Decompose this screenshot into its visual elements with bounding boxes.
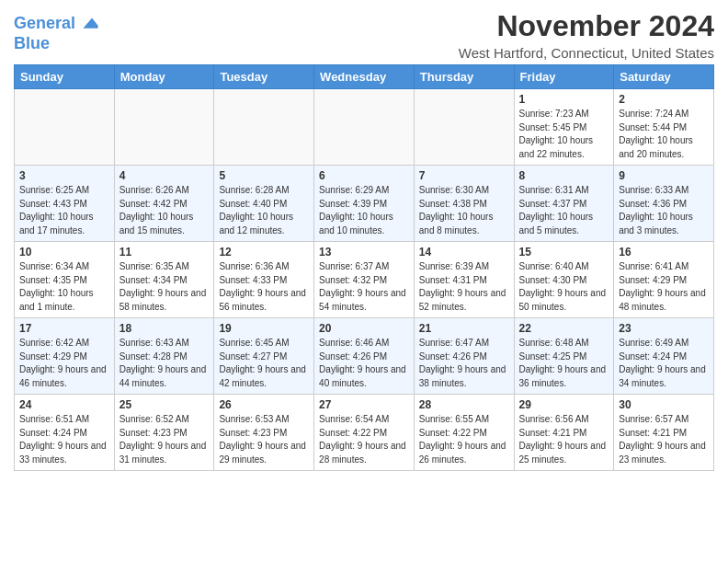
day-number: 22 <box>519 322 609 335</box>
day-info: Sunrise: 6:52 AM Sunset: 4:23 PM Dayligh… <box>119 413 210 466</box>
day-info: Sunrise: 6:26 AM Sunset: 4:42 PM Dayligh… <box>119 184 210 237</box>
calendar-cell: 22Sunrise: 6:48 AM Sunset: 4:25 PM Dayli… <box>514 318 614 395</box>
day-info: Sunrise: 6:43 AM Sunset: 4:28 PM Dayligh… <box>119 337 210 390</box>
day-number: 4 <box>119 169 210 182</box>
day-info: Sunrise: 6:41 AM Sunset: 4:29 PM Dayligh… <box>619 260 709 314</box>
day-number: 29 <box>519 398 609 411</box>
calendar-cell: 30Sunrise: 6:57 AM Sunset: 4:21 PM Dayli… <box>614 395 714 471</box>
day-number: 7 <box>419 169 509 182</box>
day-number: 30 <box>619 398 709 411</box>
day-info: Sunrise: 6:25 AM Sunset: 4:43 PM Dayligh… <box>19 184 109 237</box>
day-info: Sunrise: 6:33 AM Sunset: 4:36 PM Dayligh… <box>619 184 709 237</box>
day-info: Sunrise: 6:53 AM Sunset: 4:23 PM Dayligh… <box>219 413 309 466</box>
day-number: 5 <box>219 169 309 182</box>
col-monday: Monday <box>114 65 214 89</box>
col-wednesday: Wednesday <box>314 65 415 89</box>
day-number: 1 <box>519 93 609 106</box>
calendar-cell: 17Sunrise: 6:42 AM Sunset: 4:29 PM Dayli… <box>15 318 115 395</box>
calendar-cell: 16Sunrise: 6:41 AM Sunset: 4:29 PM Dayli… <box>614 242 714 318</box>
day-number: 9 <box>619 169 709 182</box>
calendar-page: General Blue November 2024 West Hartford… <box>0 0 728 480</box>
day-info: Sunrise: 6:37 AM Sunset: 4:32 PM Dayligh… <box>319 260 409 314</box>
day-number: 12 <box>219 246 309 259</box>
location-title: West Hartford, Connecticut, United State… <box>459 45 714 61</box>
calendar-cell: 2Sunrise: 7:24 AM Sunset: 5:44 PM Daylig… <box>614 89 714 166</box>
calendar-cell: 8Sunrise: 6:31 AM Sunset: 4:37 PM Daylig… <box>514 166 614 242</box>
calendar-week-1: 1Sunrise: 7:23 AM Sunset: 5:45 PM Daylig… <box>15 89 714 166</box>
calendar-cell: 7Sunrise: 6:30 AM Sunset: 4:38 PM Daylig… <box>414 166 514 242</box>
day-info: Sunrise: 6:49 AM Sunset: 4:24 PM Dayligh… <box>619 337 709 390</box>
calendar-cell: 28Sunrise: 6:55 AM Sunset: 4:22 PM Dayli… <box>414 395 514 471</box>
calendar-header-row: Sunday Monday Tuesday Wednesday Thursday… <box>15 65 714 89</box>
day-number: 19 <box>219 322 309 335</box>
day-number: 2 <box>619 93 709 106</box>
calendar-cell: 18Sunrise: 6:43 AM Sunset: 4:28 PM Dayli… <box>114 318 214 395</box>
calendar-cell: 15Sunrise: 6:40 AM Sunset: 4:30 PM Dayli… <box>514 242 614 318</box>
calendar-cell: 23Sunrise: 6:49 AM Sunset: 4:24 PM Dayli… <box>614 318 714 395</box>
calendar-cell: 11Sunrise: 6:35 AM Sunset: 4:34 PM Dayli… <box>114 242 214 318</box>
col-sunday: Sunday <box>15 65 115 89</box>
calendar-cell: 9Sunrise: 6:33 AM Sunset: 4:36 PM Daylig… <box>614 166 714 242</box>
calendar-cell: 6Sunrise: 6:29 AM Sunset: 4:39 PM Daylig… <box>314 166 415 242</box>
calendar-cell: 19Sunrise: 6:45 AM Sunset: 4:27 PM Dayli… <box>214 318 314 395</box>
calendar-week-5: 24Sunrise: 6:51 AM Sunset: 4:24 PM Dayli… <box>15 395 714 471</box>
calendar-cell: 4Sunrise: 6:26 AM Sunset: 4:42 PM Daylig… <box>114 166 214 242</box>
calendar-cell: 14Sunrise: 6:39 AM Sunset: 4:31 PM Dayli… <box>414 242 514 318</box>
day-number: 23 <box>619 322 709 335</box>
logo: General Blue <box>14 13 99 53</box>
day-number: 15 <box>519 246 609 259</box>
calendar-cell <box>214 89 314 166</box>
day-number: 21 <box>419 322 509 335</box>
calendar-cell: 26Sunrise: 6:53 AM Sunset: 4:23 PM Dayli… <box>214 395 314 471</box>
day-info: Sunrise: 7:23 AM Sunset: 5:45 PM Dayligh… <box>519 108 609 161</box>
calendar-cell: 29Sunrise: 6:56 AM Sunset: 4:21 PM Dayli… <box>514 395 614 471</box>
col-tuesday: Tuesday <box>214 65 314 89</box>
calendar-table: Sunday Monday Tuesday Wednesday Thursday… <box>14 64 714 471</box>
day-number: 28 <box>419 398 509 411</box>
calendar-week-4: 17Sunrise: 6:42 AM Sunset: 4:29 PM Dayli… <box>15 318 714 395</box>
header: General Blue November 2024 West Hartford… <box>14 9 714 61</box>
day-info: Sunrise: 6:28 AM Sunset: 4:40 PM Dayligh… <box>219 184 309 237</box>
calendar-cell <box>15 89 115 166</box>
calendar-cell <box>314 89 415 166</box>
day-info: Sunrise: 6:47 AM Sunset: 4:26 PM Dayligh… <box>419 337 509 390</box>
day-number: 11 <box>119 246 210 259</box>
day-number: 3 <box>19 169 109 182</box>
day-info: Sunrise: 6:34 AM Sunset: 4:35 PM Dayligh… <box>19 260 109 314</box>
day-number: 20 <box>319 322 409 335</box>
day-info: Sunrise: 6:30 AM Sunset: 4:38 PM Dayligh… <box>419 184 509 237</box>
day-number: 24 <box>19 398 109 411</box>
day-number: 14 <box>419 246 509 259</box>
calendar-cell <box>414 89 514 166</box>
day-number: 16 <box>619 246 709 259</box>
day-number: 10 <box>19 246 109 259</box>
day-info: Sunrise: 6:29 AM Sunset: 4:39 PM Dayligh… <box>319 184 409 237</box>
day-info: Sunrise: 6:55 AM Sunset: 4:22 PM Dayligh… <box>419 413 509 466</box>
calendar-cell: 5Sunrise: 6:28 AM Sunset: 4:40 PM Daylig… <box>214 166 314 242</box>
day-info: Sunrise: 6:57 AM Sunset: 4:21 PM Dayligh… <box>619 413 709 466</box>
day-number: 6 <box>319 169 409 182</box>
day-number: 25 <box>119 398 210 411</box>
calendar-cell: 24Sunrise: 6:51 AM Sunset: 4:24 PM Dayli… <box>15 395 115 471</box>
calendar-cell: 20Sunrise: 6:46 AM Sunset: 4:26 PM Dayli… <box>314 318 415 395</box>
day-info: Sunrise: 6:56 AM Sunset: 4:21 PM Dayligh… <box>519 413 609 466</box>
calendar-cell: 27Sunrise: 6:54 AM Sunset: 4:22 PM Dayli… <box>314 395 415 471</box>
calendar-cell: 12Sunrise: 6:36 AM Sunset: 4:33 PM Dayli… <box>214 242 314 318</box>
col-thursday: Thursday <box>414 65 514 89</box>
calendar-cell: 13Sunrise: 6:37 AM Sunset: 4:32 PM Dayli… <box>314 242 415 318</box>
day-number: 18 <box>119 322 210 335</box>
day-info: Sunrise: 6:40 AM Sunset: 4:30 PM Dayligh… <box>519 260 609 314</box>
calendar-week-2: 3Sunrise: 6:25 AM Sunset: 4:43 PM Daylig… <box>15 166 714 242</box>
day-number: 27 <box>319 398 409 411</box>
logo-icon <box>77 13 99 35</box>
day-info: Sunrise: 6:54 AM Sunset: 4:22 PM Dayligh… <box>319 413 409 466</box>
day-info: Sunrise: 7:24 AM Sunset: 5:44 PM Dayligh… <box>619 108 709 161</box>
calendar-cell: 10Sunrise: 6:34 AM Sunset: 4:35 PM Dayli… <box>15 242 115 318</box>
day-info: Sunrise: 6:48 AM Sunset: 4:25 PM Dayligh… <box>519 337 609 390</box>
day-info: Sunrise: 6:51 AM Sunset: 4:24 PM Dayligh… <box>19 413 109 466</box>
calendar-cell <box>114 89 214 166</box>
day-info: Sunrise: 6:35 AM Sunset: 4:34 PM Dayligh… <box>119 260 210 314</box>
calendar-cell: 25Sunrise: 6:52 AM Sunset: 4:23 PM Dayli… <box>114 395 214 471</box>
title-block: November 2024 West Hartford, Connecticut… <box>459 9 714 61</box>
col-friday: Friday <box>514 65 614 89</box>
